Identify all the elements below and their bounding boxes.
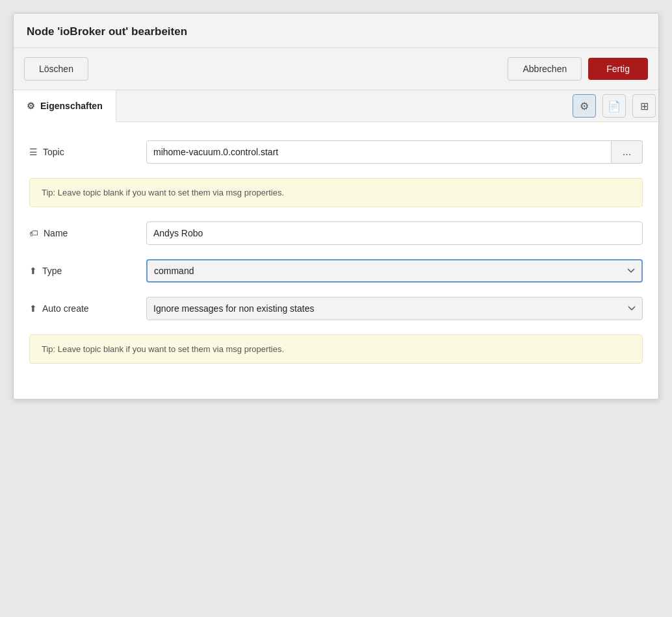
type-label-text: Type [42,266,62,276]
tab-icon-buttons: ⚙ 📄 ⊞ [570,90,658,121]
tip1-text: Tip: Leave topic blank if you want to se… [42,188,284,197]
gear-icon: ⚙ [27,101,35,111]
name-label: 🏷 Name [29,228,146,238]
name-icon: 🏷 [29,228,38,238]
topic-input-group: ... [146,140,643,164]
tip2-text: Tip: Leave topic blank if you want to se… [42,344,284,354]
type-field-row: ⬆ Type command value state [29,259,643,283]
topic-input[interactable] [146,140,612,164]
dialog-body: ☰ Topic ... Tip: Leave topic blank if yo… [14,122,658,399]
tabs-row: ⚙ Eigenschaften ⚙ 📄 ⊞ [14,90,658,122]
topic-label-text: Topic [43,147,64,157]
dialog: Node 'ioBroker out' bearbeiten Löschen A… [13,13,659,399]
dialog-toolbar: Löschen Abbrechen Fertig [14,48,658,90]
tab-layout-button[interactable]: ⊞ [632,94,656,118]
done-button[interactable]: Fertig [588,58,648,80]
topic-browse-label: ... [623,146,631,158]
topic-browse-button[interactable]: ... [612,140,643,164]
tip-box-2: Tip: Leave topic blank if you want to se… [29,334,643,364]
tip-box-1: Tip: Leave topic blank if you want to se… [29,178,643,207]
autocreate-label-text: Auto create [42,303,89,314]
type-select[interactable]: command value state [146,259,643,283]
dialog-title: Node 'ioBroker out' bearbeiten [27,25,187,38]
name-label-text: Name [44,228,68,238]
dialog-header: Node 'ioBroker out' bearbeiten [14,14,658,48]
type-icon: ⬆ [29,266,37,276]
name-input[interactable] [146,221,643,245]
type-label: ⬆ Type [29,266,146,276]
name-field-row: 🏷 Name [29,221,643,245]
delete-button[interactable]: Löschen [24,57,88,81]
topic-field-row: ☰ Topic ... [29,140,643,164]
tab-doc-button[interactable]: 📄 [602,94,626,118]
topic-icon: ☰ [29,147,38,157]
cancel-button[interactable]: Abbrechen [508,57,582,81]
tab-gear-button[interactable]: ⚙ [573,94,596,118]
tab-properties[interactable]: ⚙ Eigenschaften [14,90,116,122]
autocreate-label: ⬆ Auto create [29,303,146,314]
tab-properties-label: Eigenschaften [40,101,103,111]
autocreate-select[interactable]: Ignore messages for non existing states … [146,297,643,320]
autocreate-field-row: ⬆ Auto create Ignore messages for non ex… [29,297,643,320]
topic-label: ☰ Topic [29,147,146,157]
autocreate-icon: ⬆ [29,303,37,314]
